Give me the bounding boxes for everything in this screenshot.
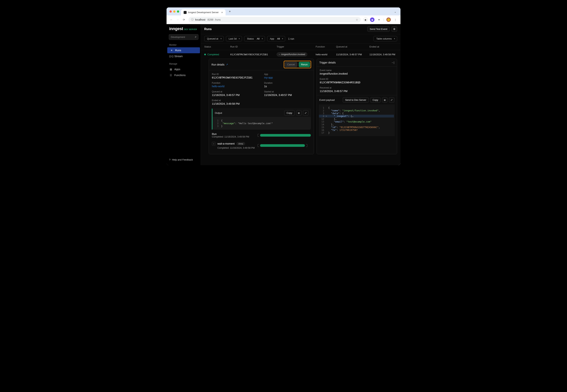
external-link-icon[interactable]: ↗ [226,63,228,66]
value-event-name: inngest/function.invoked [320,72,394,75]
copy-payload-button[interactable]: Copy [370,97,381,103]
cancel-button[interactable]: Cancel [285,62,297,67]
timeline-run-name: Run [212,133,256,136]
filter-label: Queued at [206,37,219,40]
cell-trigger: ⤳inngest/function.invoked [277,52,316,56]
help-feedback[interactable]: ? Help and Feedback [167,156,201,163]
url-host: localhost [195,18,205,21]
sidebar-item-stream[interactable]: ((•)) Stream [167,53,201,59]
favicon-icon [184,11,187,14]
col-queued-at: Queued at [336,45,369,48]
logo: inngest DEV SERVER [167,26,201,33]
run-details-panel: Run details ↗ Cancel Rerun Run ID01JCVBT… [209,59,314,154]
expand-output-icon[interactable]: ⤢ [303,110,308,116]
extension-icon[interactable]: ◐ [363,17,368,22]
timeline: Run Completed: 11/16/2024, 3:49:58 PM [209,129,314,154]
timeline-step-name: wait-a-moment [217,142,235,145]
close-tab-icon[interactable]: × [221,11,223,14]
filter-value: All [276,37,281,40]
wrap-lines-icon[interactable]: ≣ [382,97,387,103]
new-tab-button[interactable]: + [227,10,232,15]
profile-avatar[interactable]: 🙂 [386,17,391,22]
filter-app[interactable]: App All ▾ [267,36,285,42]
table-header: Status Run ID Trigger Function Queued at… [201,43,400,50]
minimize-window-icon[interactable] [173,10,175,13]
filter-queued-at[interactable]: Queued at ▾ [204,36,224,42]
extension-icon[interactable]: ◆ [370,17,374,22]
filter-timerange[interactable]: Last 3d ▾ [226,36,242,42]
back-icon[interactable]: ← [170,18,173,21]
label-function: Function [212,82,258,84]
tab-title: Inngest Development Server [188,11,219,14]
extensions-puzzle-icon[interactable]: ✦ [377,17,381,22]
table-columns-button[interactable]: Table columns ▾ [374,36,397,42]
sidebar-item-label: Apps [174,68,180,71]
run-details-title: Run details ↗ [212,63,228,66]
window-controls [170,10,179,14]
trigger-details-panel: Trigger details →| Event nameinngest/fun… [317,59,397,154]
rerun-button[interactable]: Rerun [299,62,310,67]
chevron-down-icon: ▾ [221,38,222,40]
cell-function: hello-world [316,53,336,56]
help-label: Help and Feedback [172,158,193,161]
environment-selector[interactable]: Development ⇵ [169,34,198,40]
sidebar: inngest DEV SERVER Development ⇵ Monitor… [167,24,201,165]
filter-label: App [269,37,275,40]
label-received-at: Received at [320,86,394,89]
browser-tab[interactable]: Inngest Development Server × [181,9,226,15]
chevron-updown-icon: ⇵ [195,36,197,38]
value-received-at: 11/16/2024, 3:49:57 PM [320,90,394,93]
sidebar-item-apps[interactable]: ▦ Apps [167,66,201,72]
site-info-icon[interactable]: ⓘ [191,18,194,21]
forward-icon[interactable]: → [176,18,180,21]
expand-payload-icon[interactable]: ⤢ [389,97,394,103]
output-title: Output [215,112,222,114]
logo-text: inngest [169,26,183,31]
url-field[interactable]: ⓘ localhost:8288/runs ☆ [188,17,361,22]
settings-button[interactable]: ⚙ [392,26,397,32]
menu-icon[interactable]: ⋮ [393,17,397,22]
copy-output-button[interactable]: Copy [284,110,295,116]
sidebar-item-label: Functions [174,74,186,77]
gear-icon: ⚙ [393,28,396,30]
col-ended-at: Ended at [369,45,400,48]
sidebar-item-runs[interactable]: ≡ Runs [167,47,200,53]
value-app[interactable]: my-app [264,76,311,79]
bookmark-icon[interactable]: ☆ [356,18,358,21]
label-run-id: Run ID [212,73,258,76]
value-function[interactable]: hello-world [212,85,258,88]
value-started-at: 11/16/2024, 3:49:57 PM [264,94,311,97]
send-test-event-button[interactable]: Send Test Event [368,26,390,32]
table-row[interactable]: Completed 01JCVBTMV3WXY9D3CFDEJFZSB1 ⤳in… [201,50,400,59]
send-to-dev-button[interactable]: Send to Dev Server [343,97,369,103]
chevron-down-icon: ▾ [282,38,283,40]
timeline-cap-icon [257,134,259,137]
reload-icon[interactable]: ⟳ [182,18,186,21]
label-started-at: Started at [264,90,311,93]
cell-queued-at: 11/16/2024, 3:49:57 PM [336,53,369,56]
value-run-id: 01JCVBTMV3WXY9D3CFDEJFZSB1 [212,76,258,79]
timeline-bar [260,134,311,137]
stream-icon: ((•)) [169,55,172,58]
section-monitor: Monitor [167,42,201,47]
collapse-panel-icon[interactable]: →| [391,61,394,64]
col-trigger: Trigger [277,45,316,48]
col-function: Function [316,45,336,48]
wrap-lines-icon[interactable]: ≣ [296,110,301,116]
filter-label: Table columns [376,37,393,40]
highlighted-actions: Cancel Rerun [284,61,311,68]
sidebar-item-functions[interactable]: ☰ Functions [167,72,201,78]
label-duration: Duration [264,82,311,84]
label-event-id: Event ID [320,78,394,80]
main: Runs Send Test Event ⚙ Queued at ▾ Last … [201,24,400,165]
maximize-window-icon[interactable] [177,10,179,13]
chevron-down-icon: ▾ [262,38,263,40]
details-area: Run details ↗ Cancel Rerun Run ID01JCVBT… [201,59,400,160]
tabbar-menu-icon[interactable]: ⌄ [394,10,397,15]
logo-badge: DEV SERVER [184,28,197,30]
close-window-icon[interactable] [170,10,172,13]
filter-status[interactable]: Status All ▾ [244,36,265,42]
page-title: Runs [204,28,212,31]
expand-step-icon[interactable]: › [212,142,215,145]
label-app: App [264,73,311,76]
